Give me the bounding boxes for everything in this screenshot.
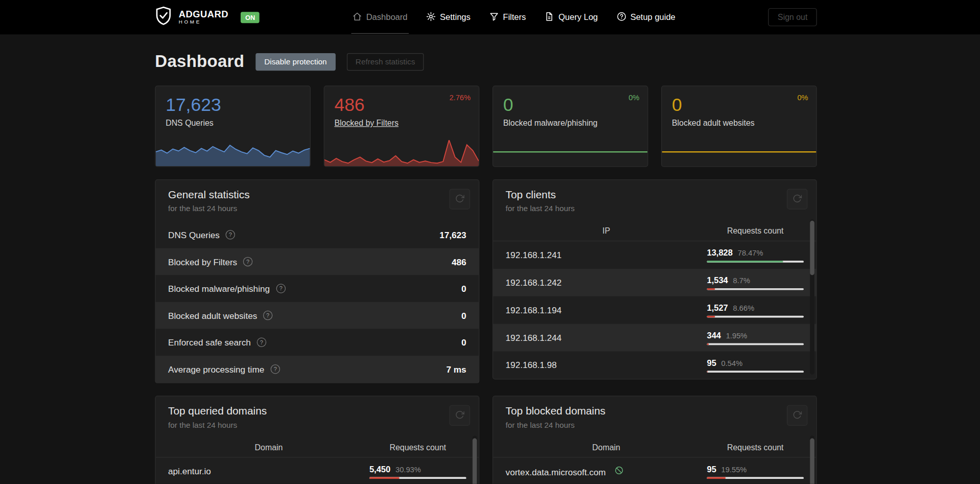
funnel-icon bbox=[489, 12, 498, 23]
top-blocked-header: Top blocked domains for the last 24 hour… bbox=[493, 397, 816, 438]
table-row: 192.168.1.241 13,82878.47% bbox=[493, 241, 816, 269]
blocked-malware-value: 0 bbox=[503, 95, 638, 115]
nav-item-setup-guide[interactable]: Setup guide bbox=[617, 12, 675, 23]
nav-item-dashboard[interactable]: Dashboard bbox=[353, 12, 408, 23]
requests-percent: 8.66% bbox=[733, 304, 755, 312]
requests-count: 13,828 bbox=[707, 248, 733, 257]
statistics-value: 7 ms bbox=[446, 364, 466, 375]
top-clients-card: Top clients for the last 24 hours IP Req… bbox=[493, 179, 817, 379]
blocked-domain[interactable]: vortex.data.microsoft.com bbox=[506, 467, 606, 477]
scrollbar-thumb[interactable] bbox=[810, 221, 814, 275]
help-icon[interactable]: ? bbox=[275, 283, 286, 294]
statistics-row: Blocked adult websites ? 0 bbox=[156, 302, 479, 329]
statistics-label: Enforced safe search bbox=[168, 337, 251, 348]
disable-protection-button[interactable]: Disable protection bbox=[255, 53, 336, 70]
dns-queries-card: 17,623 DNS Queries bbox=[155, 86, 311, 167]
blocked-malware-percent: 0% bbox=[628, 93, 639, 102]
blocked-malware-label: Blocked malware/phishing bbox=[503, 118, 598, 127]
column-header-requests: Requests count bbox=[369, 443, 466, 452]
blocked-by-filters-percent: 2.76% bbox=[449, 93, 471, 102]
scrollbar-thumb[interactable] bbox=[473, 438, 477, 483]
general-statistics-card: General statistics for the last 24 hours… bbox=[155, 179, 479, 383]
card-subtitle: for the last 24 hours bbox=[168, 204, 466, 213]
statistics-value: 0 bbox=[461, 337, 466, 348]
help-icon[interactable]: ? bbox=[225, 229, 236, 240]
card-title: General statistics bbox=[168, 189, 466, 201]
main-navigation: Dashboard Settings Filters bbox=[260, 0, 768, 34]
requests-bar bbox=[707, 371, 804, 373]
client-ip[interactable]: 192.168.1.241 bbox=[506, 250, 562, 260]
column-header-requests: Requests count bbox=[707, 443, 804, 452]
refresh-statistics-button[interactable]: Refresh statistics bbox=[347, 53, 424, 70]
refresh-icon bbox=[455, 194, 464, 205]
requests-bar bbox=[707, 477, 804, 479]
requests-bar-fill bbox=[707, 371, 707, 373]
nav-item-filters[interactable]: Filters bbox=[489, 12, 526, 23]
statistics-label: Average processing time bbox=[168, 364, 264, 375]
requests-percent: 8.7% bbox=[733, 276, 750, 285]
sign-out-button[interactable]: Sign out bbox=[768, 8, 817, 26]
scrollbar-track[interactable] bbox=[810, 219, 814, 374]
page-title: Dashboard bbox=[155, 52, 244, 72]
dns-queries-value: 17,623 bbox=[166, 95, 300, 115]
requests-percent: 1.95% bbox=[726, 331, 748, 340]
table-row: vortex.data.microsoft.com 9519.55% bbox=[493, 457, 816, 483]
table-row: 192.168.1.244 3441.95% bbox=[493, 324, 816, 352]
statistics-value: 486 bbox=[452, 257, 466, 267]
help-icon[interactable]: ? bbox=[256, 337, 267, 348]
gear-icon bbox=[426, 12, 435, 23]
refresh-card-button[interactable] bbox=[787, 189, 807, 209]
statistics-row: DNS Queries ? 17,623 bbox=[156, 221, 479, 248]
client-ip[interactable]: 192.168.1.98 bbox=[506, 360, 557, 371]
svg-text:?: ? bbox=[260, 339, 263, 345]
requests-bar bbox=[707, 315, 804, 317]
blocked-adult-value: 0 bbox=[672, 95, 806, 115]
nav-item-settings[interactable]: Settings bbox=[426, 12, 471, 23]
client-ip[interactable]: 192.168.1.244 bbox=[506, 333, 562, 343]
nav-item-query-log[interactable]: Query Log bbox=[545, 12, 598, 23]
blocked-by-filters-value: 486 bbox=[334, 95, 469, 115]
card-title: Top blocked domains bbox=[506, 405, 804, 418]
refresh-card-button[interactable] bbox=[787, 405, 807, 426]
svg-text:?: ? bbox=[274, 366, 277, 372]
top-clients-header: Top clients for the last 24 hours bbox=[493, 180, 816, 221]
queried-domain[interactable]: api.entur.io bbox=[168, 467, 211, 477]
refresh-card-button[interactable] bbox=[449, 405, 470, 426]
blocked-by-filters-link[interactable]: Blocked by Filters bbox=[334, 118, 398, 127]
statistics-value: 17,623 bbox=[439, 230, 466, 240]
brand-home-link[interactable]: ADGUARD HOME ON bbox=[155, 6, 260, 28]
document-icon bbox=[545, 12, 554, 23]
top-queried-header: Top queried domains for the last 24 hour… bbox=[156, 397, 479, 438]
column-header-domain: Domain bbox=[168, 443, 369, 452]
nav-item-label: Dashboard bbox=[366, 12, 408, 21]
scrollbar-track[interactable] bbox=[810, 436, 814, 484]
question-circle-icon bbox=[617, 12, 626, 23]
nav-item-label: Filters bbox=[503, 12, 526, 21]
dns-queries-label: DNS Queries bbox=[166, 118, 214, 127]
requests-bar bbox=[707, 260, 804, 262]
help-icon[interactable]: ? bbox=[270, 364, 281, 375]
help-icon[interactable]: ? bbox=[243, 257, 253, 267]
client-ip[interactable]: 192.168.1.242 bbox=[506, 278, 562, 288]
refresh-card-button[interactable] bbox=[449, 189, 470, 209]
protection-on-badge: ON bbox=[241, 12, 260, 23]
requests-bar-fill bbox=[369, 477, 400, 479]
requests-count: 1,527 bbox=[707, 303, 728, 312]
table-header-row: IP Requests count bbox=[493, 221, 816, 241]
statistics-row: Average processing time ? 7 ms bbox=[156, 356, 479, 383]
requests-bar-fill bbox=[707, 260, 783, 262]
client-ip[interactable]: 192.168.1.194 bbox=[506, 305, 562, 315]
scrollbar-thumb[interactable] bbox=[810, 438, 814, 483]
page-header: Dashboard Disable protection Refresh sta… bbox=[155, 52, 816, 72]
statistics-row: Blocked malware/phishing ? 0 bbox=[156, 275, 479, 302]
table-row: api.entur.io 5,45030.93% bbox=[156, 457, 479, 483]
table-header-row: Domain Requests count bbox=[493, 437, 816, 457]
scrollbar-track[interactable] bbox=[473, 436, 477, 484]
card-title: Top queried domains bbox=[168, 405, 466, 418]
top-blocked-table: vortex.data.microsoft.com 9519.55% bbox=[493, 457, 816, 483]
blocked-adult-percent: 0% bbox=[797, 93, 808, 102]
blocked-adult-label: Blocked adult websites bbox=[672, 118, 755, 127]
blocked-adult-card: 0% 0 Blocked adult websites bbox=[661, 86, 817, 167]
table-header-row: Domain Requests count bbox=[156, 437, 479, 457]
help-icon[interactable]: ? bbox=[263, 310, 273, 321]
